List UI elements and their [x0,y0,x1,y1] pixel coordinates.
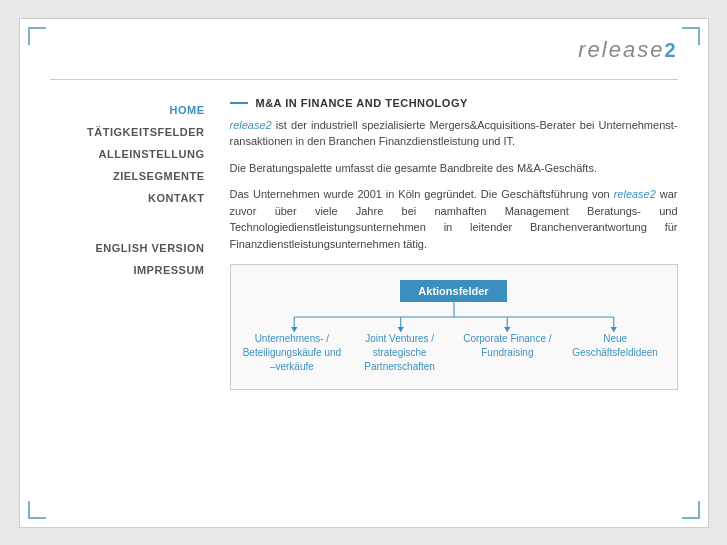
sidebar-item-alleinstellung[interactable]: ALLEINSTELLUNG [50,143,205,165]
sidebar-item-english[interactable]: ENGLISH VERSION [50,237,205,259]
chart-top-box: Aktionsfelder [400,280,506,302]
content-paragraph-1: release2 ist der industriell spezialisie… [230,117,678,150]
svg-marker-8 [504,327,510,332]
sidebar-item-impressum[interactable]: IMPRESSUM [50,259,205,281]
highlight-release2-2: release2 [614,188,656,200]
chart-item-2: Joint Ventures / strategische Partnersch… [348,332,451,374]
corner-tl [28,27,46,45]
svg-marker-6 [291,327,297,332]
corner-br [682,501,700,519]
highlight-release2-1: release2 [230,119,272,131]
content-paragraph-2: Die Beratungspalette umfasst die gesamte… [230,160,678,177]
chart-item-1: Unternehmens- / Beteiligungskäufe und –v… [241,332,344,374]
title-dash [230,102,248,104]
chart-svg [241,302,667,332]
chart-item-3: Corporate Finance / Fundraising [456,332,559,374]
chart-bottom-items: Unternehmens- / Beteiligungskäufe und –v… [241,332,667,374]
chart-lines [241,302,667,332]
content-title-text: M&A IN FINANCE AND TECHNOLOGY [256,97,468,109]
sidebar: HOME TÄTIGKEITSFELDER ALLEINSTELLUNG ZIE… [50,89,205,497]
main-layout: HOME TÄTIGKEITSFELDER ALLEINSTELLUNG ZIE… [50,89,678,497]
svg-marker-9 [610,327,616,332]
sidebar-item-taetigkeitsfelder[interactable]: TÄTIGKEITSFELDER [50,121,205,143]
chart-container: Aktionsfelder [241,280,667,374]
sidebar-item-zielsegmente[interactable]: ZIELSEGMENTE [50,165,205,187]
content-area: M&A IN FINANCE AND TECHNOLOGY release2 i… [205,89,678,497]
logo-number: 2 [664,39,677,61]
content-title: M&A IN FINANCE AND TECHNOLOGY [230,97,678,109]
logo: release2 [578,37,677,62]
horizontal-divider [50,79,678,80]
chart-area: Aktionsfelder [230,264,678,390]
logo-release-text: release [578,37,664,62]
sidebar-item-kontakt[interactable]: KONTAKT [50,187,205,209]
sidebar-item-home[interactable]: HOME [50,99,205,121]
logo-area: release2 [578,37,677,63]
corner-bl [28,501,46,519]
page-wrapper: release2 HOME TÄTIGKEITSFELDER ALLEINSTE… [19,18,709,528]
svg-marker-7 [397,327,403,332]
content-paragraph-3: Das Unternehmen wurde 2001 in Köln gegrü… [230,186,678,252]
chart-item-4: Neue Geschäftsfeldideen [564,332,667,374]
corner-tr [682,27,700,45]
